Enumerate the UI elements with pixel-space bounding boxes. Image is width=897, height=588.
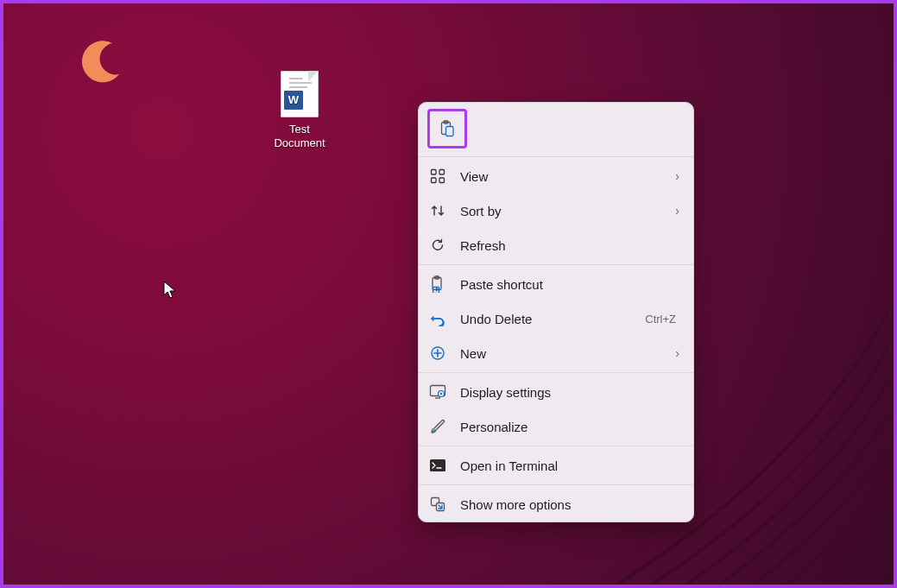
svg-rect-5 xyxy=(432,178,437,183)
svg-rect-3 xyxy=(432,170,437,175)
menu-item-personalize[interactable]: Personalize xyxy=(419,409,693,444)
svg-point-14 xyxy=(440,393,442,395)
word-document-icon: W xyxy=(281,71,319,117)
personalize-icon xyxy=(428,417,447,436)
menu-item-label: Personalize xyxy=(460,420,681,434)
sort-icon xyxy=(428,201,447,220)
desktop-icon-test-document[interactable]: W Test Document xyxy=(264,71,335,150)
context-menu-top-row xyxy=(419,103,693,155)
clipboard-paste-icon xyxy=(439,120,456,137)
chevron-right-icon: › xyxy=(675,346,679,360)
menu-item-show-more-options[interactable]: Show more options xyxy=(419,487,693,522)
terminal-icon xyxy=(428,456,447,475)
more-options-icon xyxy=(428,495,447,514)
chevron-right-icon: › xyxy=(675,169,679,183)
display-settings-icon xyxy=(428,383,447,401)
menu-item-paste-shortcut[interactable]: Paste shortcut xyxy=(419,267,693,301)
menu-item-undo-delete[interactable]: Undo Delete Ctrl+Z xyxy=(419,301,693,336)
moon-decoration xyxy=(74,36,126,88)
svg-rect-6 xyxy=(439,178,445,183)
mouse-cursor xyxy=(163,281,177,300)
plus-icon xyxy=(428,344,447,363)
grid-icon xyxy=(428,167,447,186)
refresh-icon xyxy=(428,236,447,255)
paste-button[interactable] xyxy=(427,109,467,149)
menu-item-label: Open in Terminal xyxy=(460,458,681,473)
menu-item-new[interactable]: New › xyxy=(419,336,693,370)
menu-item-label: Display settings xyxy=(460,385,681,400)
menu-item-label: Paste shortcut xyxy=(460,277,681,292)
menu-item-label: Show more options xyxy=(460,497,681,512)
desktop-context-menu: View › Sort by › Refresh Paste shortcut xyxy=(418,102,694,522)
menu-item-label: Undo Delete xyxy=(460,312,632,326)
menu-item-label: New xyxy=(460,346,662,361)
desktop[interactable]: W Test Document View › xyxy=(0,0,897,588)
menu-item-view[interactable]: View › xyxy=(419,159,693,193)
svg-rect-15 xyxy=(430,459,445,471)
menu-item-open-in-terminal[interactable]: Open in Terminal xyxy=(419,448,693,483)
undo-icon xyxy=(428,309,447,328)
desktop-icon-label: Test Document xyxy=(264,123,335,150)
menu-item-shortcut: Ctrl+Z xyxy=(645,313,676,326)
menu-item-label: View xyxy=(460,169,662,184)
menu-item-refresh[interactable]: Refresh xyxy=(419,228,693,262)
svg-rect-4 xyxy=(439,170,445,175)
paste-shortcut-icon xyxy=(428,275,447,294)
chevron-right-icon: › xyxy=(675,204,679,218)
svg-rect-2 xyxy=(446,127,454,136)
menu-item-sort-by[interactable]: Sort by › xyxy=(419,193,693,228)
menu-item-label: Sort by xyxy=(460,204,662,218)
menu-item-display-settings[interactable]: Display settings xyxy=(419,375,693,409)
menu-item-label: Refresh xyxy=(460,238,681,253)
